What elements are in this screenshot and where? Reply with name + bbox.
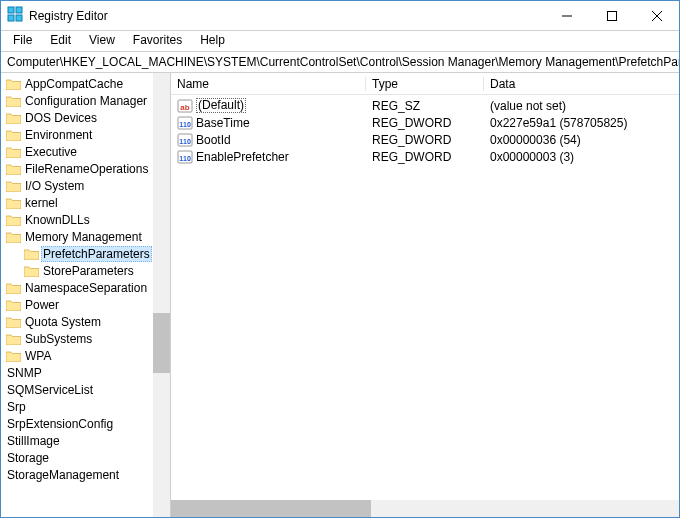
- value-row[interactable]: (Default)REG_SZ(value not set): [171, 97, 679, 114]
- folder-icon: [5, 315, 21, 329]
- tree-item[interactable]: WPA: [1, 347, 170, 364]
- svg-rect-2: [8, 15, 14, 21]
- folder-icon: [5, 332, 21, 346]
- tree-item[interactable]: StoreParameters: [1, 262, 170, 279]
- dword-value-icon: [177, 132, 193, 148]
- tree-item[interactable]: Environment: [1, 126, 170, 143]
- menu-favorites[interactable]: Favorites: [125, 31, 190, 49]
- tree-item[interactable]: SubSystems: [1, 330, 170, 347]
- tree-item[interactable]: Srp: [1, 398, 170, 415]
- value-row[interactable]: BootIdREG_DWORD0x00000036 (54): [171, 131, 679, 148]
- values-h-scrollbar-thumb[interactable]: [171, 500, 371, 517]
- value-name: BaseTime: [196, 116, 250, 130]
- cell-name: BootId: [171, 132, 366, 148]
- menubar: File Edit View Favorites Help: [1, 31, 679, 51]
- close-button[interactable]: [634, 1, 679, 30]
- minimize-button[interactable]: [544, 1, 589, 30]
- cell-type: REG_DWORD: [366, 133, 484, 147]
- tree-item-label: kernel: [23, 196, 60, 210]
- cell-type: REG_DWORD: [366, 116, 484, 130]
- tree-item[interactable]: KnownDLLs: [1, 211, 170, 228]
- values-pane[interactable]: Name Type Data (Default)REG_SZ(value not…: [171, 73, 679, 517]
- svg-rect-3: [16, 15, 22, 21]
- tree-item-label: SNMP: [5, 366, 44, 380]
- tree-item-label: SrpExtensionConfig: [5, 417, 115, 431]
- value-row[interactable]: EnablePrefetcherREG_DWORD0x00000003 (3): [171, 148, 679, 165]
- tree-item[interactable]: PrefetchParameters: [1, 245, 170, 262]
- folder-icon: [23, 264, 39, 278]
- folder-icon: [5, 213, 21, 227]
- folder-icon: [5, 111, 21, 125]
- cell-type: REG_DWORD: [366, 150, 484, 164]
- tree-item[interactable]: AppCompatCache: [1, 75, 170, 92]
- folder-icon: [5, 281, 21, 295]
- menu-edit[interactable]: Edit: [42, 31, 79, 49]
- menu-help[interactable]: Help: [192, 31, 233, 49]
- folder-icon: [5, 196, 21, 210]
- tree-item[interactable]: FileRenameOperations: [1, 160, 170, 177]
- value-name: BootId: [196, 133, 231, 147]
- svg-rect-5: [607, 11, 616, 20]
- tree-item[interactable]: Memory Management: [1, 228, 170, 245]
- values-h-scrollbar[interactable]: [171, 500, 679, 517]
- tree-item-label: AppCompatCache: [23, 77, 125, 91]
- column-type[interactable]: Type: [366, 77, 484, 91]
- address-text: Computer\HKEY_LOCAL_MACHINE\SYSTEM\Curre…: [7, 55, 679, 69]
- folder-icon: [23, 247, 39, 261]
- tree-item-label: StillImage: [5, 434, 62, 448]
- tree-item-label: Memory Management: [23, 230, 144, 244]
- tree-item-label: Quota System: [23, 315, 103, 329]
- tree-pane[interactable]: AppCompatCacheConfiguration ManagerDOS D…: [1, 73, 171, 517]
- tree-item-label: Configuration Manager: [23, 94, 149, 108]
- tree-item[interactable]: I/O System: [1, 177, 170, 194]
- value-row[interactable]: BaseTimeREG_DWORD0x227e59a1 (578705825): [171, 114, 679, 131]
- value-name: EnablePrefetcher: [196, 150, 289, 164]
- menu-view[interactable]: View: [81, 31, 123, 49]
- cell-type: REG_SZ: [366, 99, 484, 113]
- string-value-icon: [177, 98, 193, 114]
- folder-icon: [5, 94, 21, 108]
- tree-item[interactable]: kernel: [1, 194, 170, 211]
- folder-icon: [5, 298, 21, 312]
- tree-item-label: Executive: [23, 145, 79, 159]
- tree-item[interactable]: Power: [1, 296, 170, 313]
- registry-editor-window: Registry Editor File Edit View Favorites…: [0, 0, 680, 518]
- cell-name: BaseTime: [171, 115, 366, 131]
- value-name: (Default): [196, 98, 246, 113]
- folder-icon: [5, 145, 21, 159]
- tree-item[interactable]: SNMP: [1, 364, 170, 381]
- tree-scrollbar[interactable]: [153, 73, 170, 517]
- tree-item-label: Srp: [5, 400, 28, 414]
- folder-icon: [5, 179, 21, 193]
- folder-icon: [5, 230, 21, 244]
- tree-scrollbar-thumb[interactable]: [153, 313, 170, 373]
- folder-icon: [5, 77, 21, 91]
- tree-item[interactable]: SrpExtensionConfig: [1, 415, 170, 432]
- address-bar[interactable]: Computer\HKEY_LOCAL_MACHINE\SYSTEM\Curre…: [1, 51, 679, 73]
- cell-data: 0x00000003 (3): [484, 150, 679, 164]
- menu-file[interactable]: File: [5, 31, 40, 49]
- tree-item-label: DOS Devices: [23, 111, 99, 125]
- cell-name: EnablePrefetcher: [171, 149, 366, 165]
- cell-data: (value not set): [484, 99, 679, 113]
- tree-item-label: SubSystems: [23, 332, 94, 346]
- folder-icon: [5, 162, 21, 176]
- tree-item[interactable]: Configuration Manager: [1, 92, 170, 109]
- tree-item-label: KnownDLLs: [23, 213, 92, 227]
- tree-item[interactable]: DOS Devices: [1, 109, 170, 126]
- tree-item[interactable]: NamespaceSeparation: [1, 279, 170, 296]
- folder-icon: [5, 349, 21, 363]
- tree-item[interactable]: SQMServiceList: [1, 381, 170, 398]
- tree-item[interactable]: Storage: [1, 449, 170, 466]
- tree-item[interactable]: StorageManagement: [1, 466, 170, 483]
- tree-item-label: StoreParameters: [41, 264, 136, 278]
- maximize-button[interactable]: [589, 1, 634, 30]
- tree-item[interactable]: Executive: [1, 143, 170, 160]
- column-data[interactable]: Data: [484, 77, 679, 91]
- column-name[interactable]: Name: [171, 77, 366, 91]
- tree-item[interactable]: StillImage: [1, 432, 170, 449]
- tree-item-label: Power: [23, 298, 61, 312]
- titlebar[interactable]: Registry Editor: [1, 1, 679, 31]
- tree-item[interactable]: Quota System: [1, 313, 170, 330]
- tree-item-label: I/O System: [23, 179, 86, 193]
